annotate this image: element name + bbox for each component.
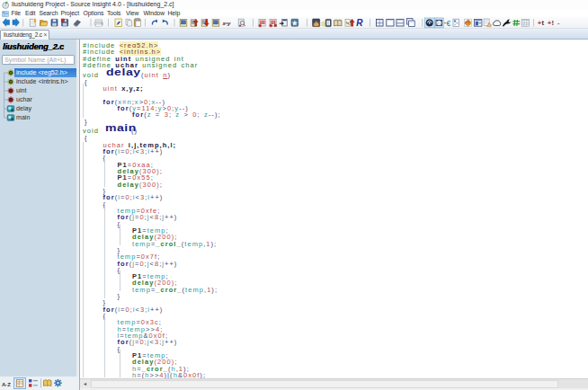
svg-text:A·Z: A·Z: [2, 382, 11, 387]
svg-text:-: -: [557, 20, 560, 26]
svg-text:R: R: [356, 18, 363, 28]
svg-text:y: y: [227, 21, 231, 26]
svg-text:!: !: [551, 19, 554, 27]
svg-text:t: t: [541, 19, 544, 27]
svg-text:€: €: [446, 19, 450, 28]
